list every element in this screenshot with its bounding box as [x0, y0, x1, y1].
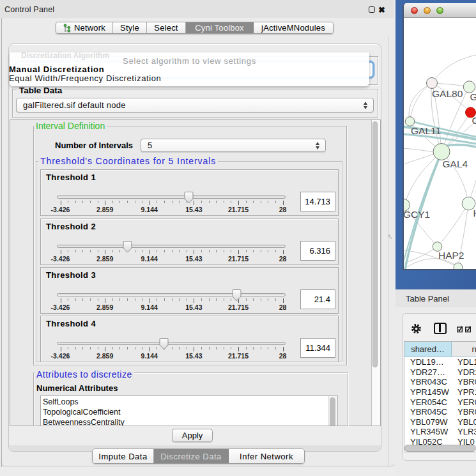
svg-text:GAL4: GAL4	[443, 158, 468, 169]
svg-text:GCY1: GCY1	[404, 209, 430, 220]
svg-text:GAL11: GAL11	[411, 125, 441, 136]
svg-text:HAP2: HAP2	[438, 250, 464, 261]
svg-text:GAL80: GAL80	[432, 88, 463, 99]
svg-text:H: H	[473, 208, 476, 219]
svg-text:GAL1: GAL1	[470, 91, 476, 102]
svg-text:CDC: CDC	[472, 115, 476, 126]
